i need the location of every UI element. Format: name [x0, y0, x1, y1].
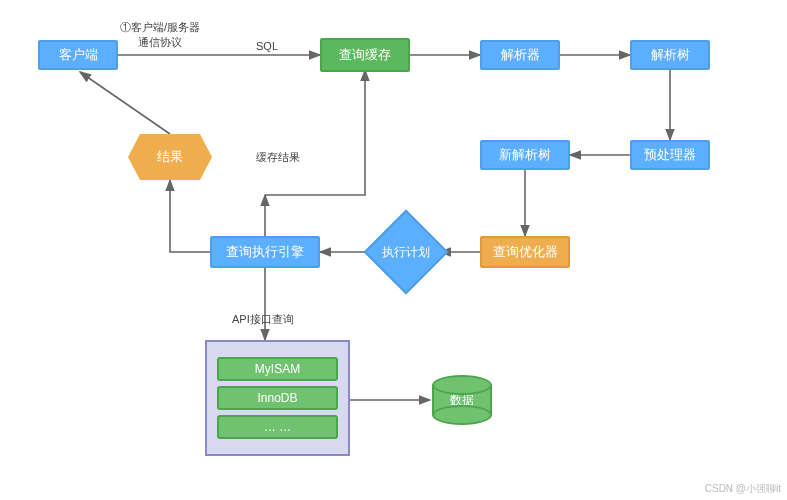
cache-result-label: 缓存结果: [256, 150, 300, 165]
sql-label: SQL: [256, 40, 278, 52]
result-node: 结果: [140, 134, 200, 180]
parse-tree-node: 解析树: [630, 40, 710, 70]
parser-node: 解析器: [480, 40, 560, 70]
query-cache-node: 查询缓存: [320, 38, 410, 72]
api-query-label: API接口查询: [232, 312, 294, 327]
result-label: 结果: [157, 148, 183, 166]
optimizer-label: 查询优化器: [493, 243, 558, 261]
client-label: 客户端: [59, 46, 98, 64]
protocol-label: ①客户端/服务器 通信协议: [120, 20, 200, 50]
client-node: 客户端: [38, 40, 118, 70]
query-engine-label: 查询执行引擎: [226, 243, 304, 261]
parse-tree-label: 解析树: [651, 46, 690, 64]
engine-innodb: InnoDB: [217, 386, 338, 410]
svg-line-9: [80, 72, 170, 134]
preprocessor-node: 预处理器: [630, 140, 710, 170]
watermark: CSDN @小强聊it: [705, 482, 781, 496]
query-cache-label: 查询缓存: [339, 46, 391, 64]
exec-plan-label: 执行计划: [382, 244, 430, 261]
exec-plan-node: 执行计划: [376, 222, 436, 282]
storage-engines-container: MyISAM InnoDB … …: [205, 340, 350, 456]
optimizer-node: 查询优化器: [480, 236, 570, 268]
parser-label: 解析器: [501, 46, 540, 64]
engine-etc: … …: [217, 415, 338, 439]
engine-myisam: MyISAM: [217, 357, 338, 381]
new-parse-tree-label: 新解析树: [499, 146, 551, 164]
preprocessor-label: 预处理器: [644, 146, 696, 164]
new-parse-tree-node: 新解析树: [480, 140, 570, 170]
data-cylinder: 数据: [432, 375, 492, 425]
query-engine-node: 查询执行引擎: [210, 236, 320, 268]
